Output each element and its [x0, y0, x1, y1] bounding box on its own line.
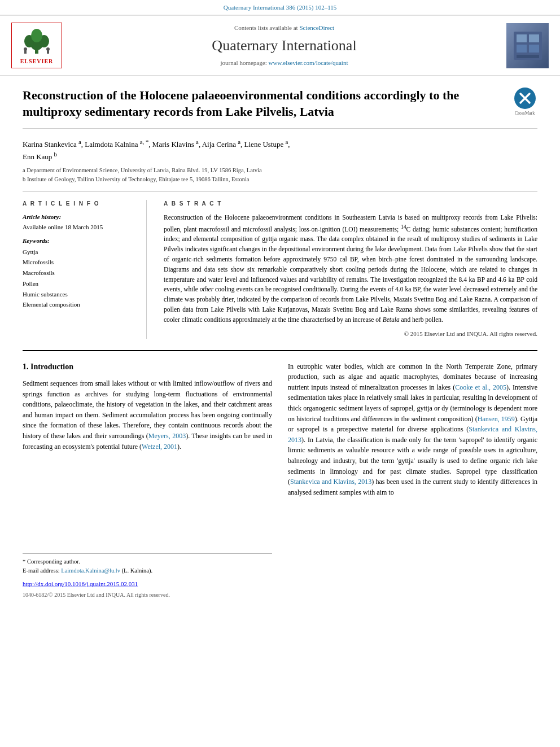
- stankevica-ref1[interactable]: Stankevica and Klavins, 2013: [288, 425, 537, 444]
- main-content: Reconstruction of the Holocene palaeoenv…: [0, 76, 560, 610]
- svg-rect-14: [517, 55, 539, 58]
- article-title-section: Reconstruction of the Holocene palaeoenv…: [23, 88, 537, 128]
- available-online: Available online 18 March 2015: [23, 223, 135, 232]
- footnote-area: * Corresponding author. E-mail address: …: [23, 553, 272, 575]
- abstract-section: A B S T R A C T Reconstruction of the Ho…: [164, 200, 537, 338]
- journal-reference: Quaternary International 386 (2015) 102–…: [224, 4, 337, 11]
- abstract-title: A B S T R A C T: [164, 200, 537, 208]
- article-info-title: A R T I C L E I N F O: [23, 200, 135, 208]
- crossmark-badge: CrossMark: [512, 88, 537, 117]
- svg-rect-8: [47, 50, 49, 54]
- keyword-1: Gyttja: [23, 247, 135, 257]
- svg-rect-11: [529, 34, 539, 42]
- authors-section: Karina Stankevica a, Laimdota Kalnina a,…: [23, 138, 537, 184]
- journal-title: Quaternary International: [73, 35, 495, 56]
- article-history-label: Article history:: [23, 213, 135, 222]
- keywords-list: Gyttja Microfossils Macrofossils Pollen …: [23, 247, 135, 310]
- crossmark-label: CrossMark: [515, 110, 535, 117]
- svg-point-4: [31, 29, 42, 42]
- journal-info-center: Contents lists available at ScienceDirec…: [73, 24, 495, 68]
- cooke-ref[interactable]: Cooke et al., 2005: [455, 383, 506, 391]
- affiliations: a Department of Environmental Science, U…: [23, 166, 537, 184]
- stankevica-ref2[interactable]: Stankevica and Klavins, 2013: [290, 478, 371, 486]
- authors-list-2: Enn Kaup b: [23, 150, 537, 163]
- body-content: 1. Introduction Sediment sequences from …: [23, 361, 537, 599]
- keywords-label: Keywords:: [23, 237, 135, 246]
- left-column: 1. Introduction Sediment sequences from …: [23, 361, 272, 599]
- elsevier-brand-text: ELSEVIER: [20, 58, 54, 66]
- article-info-panel: A R T I C L E I N F O Article history: A…: [23, 200, 147, 338]
- section-divider-1: [23, 191, 537, 192]
- journal-homepage-link[interactable]: www.elsevier.com/locate/quaint: [268, 59, 348, 66]
- affiliation-b: b Institute of Geology, Tallinn Universi…: [23, 175, 537, 184]
- email-link[interactable]: Laimdota.Kalnina@lu.lv: [61, 567, 120, 574]
- elsevier-logo: ELSEVIER: [11, 23, 62, 69]
- issn-line: 1040-6182/© 2015 Elsevier Ltd and INQUA.…: [23, 591, 272, 600]
- email-footnote: E-mail address: Laimdota.Kalnina@lu.lv (…: [23, 566, 272, 575]
- meyers-ref[interactable]: Meyers, 2003: [148, 432, 186, 440]
- affiliation-a: a Department of Environmental Science, U…: [23, 166, 537, 175]
- sciencedirect-link[interactable]: ScienceDirect: [299, 24, 334, 31]
- intro-heading: 1. Introduction: [23, 361, 272, 373]
- journal-header: ELSEVIER Contents lists available at Sci…: [0, 15, 560, 77]
- keyword-5: Humic substances: [23, 289, 135, 300]
- article-title: Reconstruction of the Holocene palaeoenv…: [23, 88, 504, 120]
- corresponding-author-note: * Corresponding author.: [23, 557, 272, 566]
- main-divider: [23, 350, 537, 351]
- journal-thumbnail: [506, 23, 549, 68]
- journal-reference-bar: Quaternary International 386 (2015) 102–…: [0, 0, 560, 15]
- keyword-4: Pollen: [23, 278, 135, 289]
- intro-right-text: In eutrophic water bodies, which are com…: [288, 361, 537, 498]
- keyword-6: Elemental composition: [23, 299, 135, 310]
- contents-available-line: Contents lists available at ScienceDirec…: [73, 24, 495, 33]
- doi-link[interactable]: http://dx.doi.org/10.1016/j.quaint.2015.…: [23, 580, 138, 587]
- article-info-abstract: A R T I C L E I N F O Article history: A…: [23, 200, 537, 338]
- svg-rect-13: [529, 45, 539, 53]
- homepage-line: journal homepage: www.elsevier.com/locat…: [73, 59, 495, 68]
- doi-line[interactable]: http://dx.doi.org/10.1016/j.quaint.2015.…: [23, 580, 272, 589]
- copyright-notice: © 2015 Elsevier Ltd and INQUA. All right…: [164, 330, 537, 339]
- abstract-text: Reconstruction of the Holocene palaeoenv…: [164, 213, 537, 325]
- intro-left-text: Sediment sequences from small lakes with…: [23, 378, 272, 452]
- wetzel-ref[interactable]: Wetzel, 2001: [142, 443, 177, 451]
- keyword-2: Microfossils: [23, 257, 135, 268]
- right-column: In eutrophic water bodies, which are com…: [288, 361, 537, 599]
- keyword-3: Macrofossils: [23, 268, 135, 278]
- authors-list: Karina Stankevica a, Laimdota Kalnina a,…: [23, 138, 537, 150]
- hansen-ref[interactable]: Hansen, 1959: [478, 415, 515, 423]
- svg-rect-7: [24, 50, 27, 54]
- svg-rect-12: [517, 45, 527, 53]
- svg-rect-10: [517, 34, 527, 42]
